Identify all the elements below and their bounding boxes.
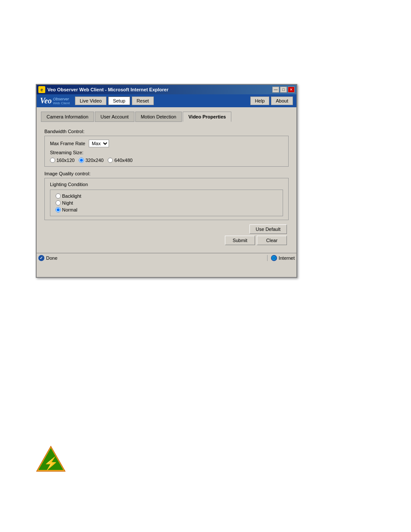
radio-640x480[interactable] — [108, 158, 113, 163]
about-button[interactable]: About — [271, 96, 293, 105]
status-done-text: Done — [46, 255, 57, 261]
tab-user-account[interactable]: User Account — [95, 112, 134, 122]
maximize-button[interactable]: □ — [280, 87, 287, 93]
live-video-button[interactable]: Live Video — [75, 96, 106, 105]
svg-text:⚡: ⚡ — [44, 456, 59, 470]
logo-area: Veo Observer Web Client — [40, 96, 70, 106]
minimize-button[interactable]: — — [272, 87, 279, 93]
streaming-size-row: Streaming Size: — [50, 150, 283, 155]
main-panel: Bandwidth Control: Max Frame Rate Max 15… — [41, 125, 292, 249]
window-title: Veo Observer Web Client - Microsoft Inte… — [47, 87, 168, 92]
streaming-size-640x480[interactable]: 640x480 — [108, 158, 132, 163]
close-button[interactable]: ✕ — [288, 87, 295, 93]
nav-bar: Veo Observer Web Client Live Video Setup… — [37, 94, 296, 107]
nav-right-buttons: Help About — [250, 96, 293, 105]
status-right: 🌐 Internet — [267, 255, 295, 261]
logo-observer-text: Observer — [53, 97, 70, 101]
tab-camera-information[interactable]: Camera Information — [41, 112, 94, 122]
status-bar: ✓ Done 🌐 Internet — [37, 253, 296, 262]
lighting-night[interactable]: Night — [56, 200, 277, 205]
radio-night[interactable] — [56, 200, 61, 205]
status-done-icon: ✓ — [38, 255, 44, 261]
streaming-size-320x240-label: 320x240 — [85, 158, 103, 163]
tab-bar: Camera Information User Account Motion D… — [41, 112, 292, 122]
setup-button[interactable]: Setup — [108, 96, 130, 105]
streaming-size-options: 160x120 320x240 640x480 — [50, 158, 283, 163]
tab-motion-detection[interactable]: Motion Detection — [135, 112, 182, 122]
logo-observer-area: Observer Web Client — [53, 97, 70, 105]
submit-button[interactable]: Submit — [225, 236, 255, 245]
title-bar: e Veo Observer Web Client - Microsoft In… — [37, 85, 296, 94]
radio-backlight[interactable] — [56, 193, 61, 199]
title-bar-content: e Veo Observer Web Client - Microsoft In… — [38, 86, 168, 93]
submit-clear-row: Submit Clear — [225, 236, 287, 245]
status-zone-text: Internet — [279, 255, 295, 261]
logo-webclient-text: Web Client — [53, 101, 70, 105]
status-left: ✓ Done — [38, 255, 267, 261]
image-quality-box: Lighting Condition Backlight Night Norma… — [44, 178, 289, 220]
radio-320x240[interactable] — [79, 158, 84, 163]
radio-160x120[interactable] — [50, 158, 55, 163]
warning-triangle-area: ⚡ — [36, 445, 66, 474]
max-frame-rate-row: Max Frame Rate Max 15 10 5 1 — [50, 140, 283, 147]
ie-icon: e — [38, 86, 45, 93]
lighting-backlight[interactable]: Backlight — [56, 193, 277, 199]
lighting-box: Backlight Night Normal — [50, 190, 283, 216]
reset-button[interactable]: Reset — [132, 96, 154, 105]
help-button[interactable]: Help — [250, 96, 270, 105]
streaming-size-160x120-label: 160x120 — [56, 158, 75, 163]
backlight-label: Backlight — [62, 193, 81, 199]
use-default-button[interactable]: Use Default — [249, 224, 287, 234]
browser-window: e Veo Observer Web Client - Microsoft In… — [36, 84, 297, 278]
internet-icon: 🌐 — [271, 255, 277, 261]
streaming-size-label: Streaming Size: — [50, 150, 84, 155]
streaming-size-160x120[interactable]: 160x120 — [50, 158, 75, 163]
radio-normal[interactable] — [56, 207, 61, 212]
bandwidth-box: Max Frame Rate Max 15 10 5 1 Streaming S… — [44, 136, 289, 167]
tab-video-properties[interactable]: Video Properties — [183, 112, 231, 122]
lighting-condition-label: Lighting Condition — [50, 182, 283, 187]
lighting-normal[interactable]: Normal — [56, 207, 277, 212]
normal-label: Normal — [62, 207, 77, 212]
streaming-size-320x240[interactable]: 320x240 — [79, 158, 103, 163]
logo-veo: Veo — [40, 96, 52, 106]
frame-rate-select[interactable]: Max 15 10 5 1 — [89, 140, 109, 147]
max-frame-rate-label: Max Frame Rate — [50, 141, 85, 146]
warning-triangle-icon: ⚡ — [36, 445, 66, 473]
streaming-size-640x480-label: 640x480 — [114, 158, 132, 163]
bandwidth-section-label: Bandwidth Control: — [44, 129, 289, 134]
image-quality-section-label: Image Quality control: — [44, 171, 289, 176]
content-area: Camera Information User Account Motion D… — [37, 107, 296, 253]
title-bar-controls: — □ ✕ — [272, 87, 295, 93]
clear-button[interactable]: Clear — [257, 236, 287, 245]
night-label: Night — [62, 200, 73, 205]
buttons-area: Use Default Submit Clear — [44, 224, 289, 245]
